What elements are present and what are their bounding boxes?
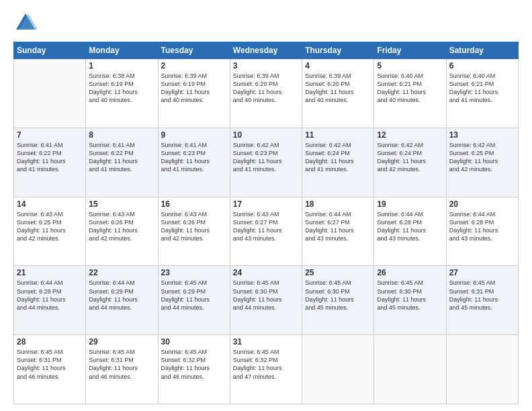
page: SundayMondayTuesdayWednesdayThursdayFrid… [0, 0, 532, 411]
calendar-cell: 10Sunrise: 6:42 AMSunset: 6:23 PMDayligh… [230, 128, 302, 197]
weekday-header-sunday: Sunday [14, 42, 86, 59]
calendar-week-row: 28Sunrise: 6:45 AMSunset: 6:31 PMDayligh… [14, 335, 519, 404]
calendar-cell: 12Sunrise: 6:42 AMSunset: 6:24 PMDayligh… [374, 128, 446, 197]
calendar-cell: 30Sunrise: 6:45 AMSunset: 6:32 PMDayligh… [158, 335, 230, 404]
cell-info: Sunrise: 6:42 AMSunset: 6:23 PMDaylight:… [233, 141, 299, 174]
cell-info: Sunrise: 6:40 AMSunset: 6:21 PMDaylight:… [377, 72, 443, 105]
calendar-cell: 16Sunrise: 6:43 AMSunset: 6:26 PMDayligh… [158, 197, 230, 266]
day-number: 14 [17, 199, 83, 209]
calendar-cell: 1Sunrise: 6:38 AMSunset: 6:19 PMDaylight… [86, 59, 158, 128]
cell-info: Sunrise: 6:44 AMSunset: 6:28 PMDaylight:… [449, 210, 515, 243]
cell-info: Sunrise: 6:43 AMSunset: 6:26 PMDaylight:… [89, 210, 154, 243]
calendar-cell: 17Sunrise: 6:43 AMSunset: 6:27 PMDayligh… [230, 197, 302, 266]
calendar-cell: 11Sunrise: 6:42 AMSunset: 6:24 PMDayligh… [302, 128, 374, 197]
cell-info: Sunrise: 6:45 AMSunset: 6:30 PMDaylight:… [305, 279, 371, 312]
calendar-cell: 24Sunrise: 6:45 AMSunset: 6:30 PMDayligh… [230, 266, 302, 335]
day-number: 5 [377, 61, 443, 71]
day-number: 29 [89, 337, 154, 347]
cell-info: Sunrise: 6:43 AMSunset: 6:25 PMDaylight:… [17, 210, 83, 243]
calendar-cell: 18Sunrise: 6:44 AMSunset: 6:27 PMDayligh… [302, 197, 374, 266]
day-number: 17 [233, 199, 299, 209]
day-number: 20 [449, 199, 515, 209]
calendar-week-row: 7Sunrise: 6:41 AMSunset: 6:22 PMDaylight… [14, 128, 519, 197]
calendar-week-row: 1Sunrise: 6:38 AMSunset: 6:19 PMDaylight… [14, 59, 519, 128]
day-number: 12 [377, 130, 443, 140]
cell-info: Sunrise: 6:43 AMSunset: 6:27 PMDaylight:… [233, 210, 299, 243]
cell-info: Sunrise: 6:41 AMSunset: 6:22 PMDaylight:… [17, 141, 83, 174]
calendar-cell: 3Sunrise: 6:39 AMSunset: 6:20 PMDaylight… [230, 59, 302, 128]
calendar-cell: 6Sunrise: 6:40 AMSunset: 6:21 PMDaylight… [446, 59, 518, 128]
day-number: 21 [17, 268, 83, 277]
calendar-cell: 14Sunrise: 6:43 AMSunset: 6:25 PMDayligh… [14, 197, 86, 266]
logo-icon [13, 11, 38, 35]
logo [13, 11, 40, 35]
calendar-cell: 13Sunrise: 6:42 AMSunset: 6:25 PMDayligh… [446, 128, 518, 197]
day-number: 23 [161, 268, 227, 277]
day-number: 4 [305, 61, 371, 71]
day-number: 19 [377, 199, 443, 209]
day-number: 9 [161, 130, 227, 140]
day-number: 10 [233, 130, 299, 140]
cell-info: Sunrise: 6:38 AMSunset: 6:19 PMDaylight:… [89, 72, 154, 105]
calendar-week-row: 21Sunrise: 6:44 AMSunset: 6:28 PMDayligh… [14, 266, 519, 335]
weekday-header-tuesday: Tuesday [158, 42, 230, 59]
weekday-header-row: SundayMondayTuesdayWednesdayThursdayFrid… [14, 42, 519, 59]
day-number: 22 [89, 268, 154, 277]
calendar-cell: 4Sunrise: 6:39 AMSunset: 6:20 PMDaylight… [302, 59, 374, 128]
day-number: 31 [233, 337, 299, 347]
day-number: 18 [305, 199, 371, 209]
weekday-header-monday: Monday [86, 42, 158, 59]
cell-info: Sunrise: 6:40 AMSunset: 6:21 PMDaylight:… [449, 72, 515, 105]
calendar-cell: 23Sunrise: 6:45 AMSunset: 6:29 PMDayligh… [158, 266, 230, 335]
day-number: 16 [161, 199, 227, 209]
cell-info: Sunrise: 6:43 AMSunset: 6:26 PMDaylight:… [161, 210, 227, 243]
header [13, 11, 519, 35]
calendar-cell: 15Sunrise: 6:43 AMSunset: 6:26 PMDayligh… [86, 197, 158, 266]
day-number: 13 [449, 130, 515, 140]
calendar-cell: 28Sunrise: 6:45 AMSunset: 6:31 PMDayligh… [14, 335, 86, 404]
day-number: 28 [17, 337, 83, 347]
day-number: 15 [89, 199, 154, 209]
calendar-cell: 2Sunrise: 6:39 AMSunset: 6:19 PMDaylight… [158, 59, 230, 128]
calendar-cell: 5Sunrise: 6:40 AMSunset: 6:21 PMDaylight… [374, 59, 446, 128]
calendar-cell: 29Sunrise: 6:45 AMSunset: 6:31 PMDayligh… [86, 335, 158, 404]
cell-info: Sunrise: 6:39 AMSunset: 6:20 PMDaylight:… [305, 72, 371, 105]
calendar-cell: 9Sunrise: 6:41 AMSunset: 6:23 PMDaylight… [158, 128, 230, 197]
calendar-cell: 31Sunrise: 6:45 AMSunset: 6:32 PMDayligh… [230, 335, 302, 404]
day-number: 2 [161, 61, 227, 71]
calendar-table: SundayMondayTuesdayWednesdayThursdayFrid… [13, 42, 519, 404]
cell-info: Sunrise: 6:44 AMSunset: 6:27 PMDaylight:… [305, 210, 371, 243]
weekday-header-saturday: Saturday [446, 42, 518, 59]
day-number: 8 [89, 130, 154, 140]
day-number: 27 [449, 268, 515, 277]
weekday-header-friday: Friday [374, 42, 446, 59]
cell-info: Sunrise: 6:45 AMSunset: 6:30 PMDaylight:… [233, 279, 299, 312]
calendar-cell [374, 335, 446, 404]
calendar-cell: 27Sunrise: 6:45 AMSunset: 6:31 PMDayligh… [446, 266, 518, 335]
day-number: 7 [17, 130, 83, 140]
day-number: 26 [377, 268, 443, 277]
cell-info: Sunrise: 6:45 AMSunset: 6:31 PMDaylight:… [17, 348, 83, 381]
calendar-cell: 8Sunrise: 6:41 AMSunset: 6:22 PMDaylight… [86, 128, 158, 197]
day-number: 30 [161, 337, 227, 347]
calendar-cell: 20Sunrise: 6:44 AMSunset: 6:28 PMDayligh… [446, 197, 518, 266]
day-number: 1 [89, 61, 154, 71]
cell-info: Sunrise: 6:45 AMSunset: 6:31 PMDaylight:… [449, 279, 515, 312]
calendar-cell [14, 59, 86, 128]
cell-info: Sunrise: 6:45 AMSunset: 6:29 PMDaylight:… [161, 279, 227, 312]
calendar-cell: 22Sunrise: 6:44 AMSunset: 6:29 PMDayligh… [86, 266, 158, 335]
day-number: 3 [233, 61, 299, 71]
day-number: 11 [305, 130, 371, 140]
calendar-cell: 21Sunrise: 6:44 AMSunset: 6:28 PMDayligh… [14, 266, 86, 335]
cell-info: Sunrise: 6:42 AMSunset: 6:24 PMDaylight:… [305, 141, 371, 174]
cell-info: Sunrise: 6:39 AMSunset: 6:19 PMDaylight:… [161, 72, 227, 105]
cell-info: Sunrise: 6:44 AMSunset: 6:29 PMDaylight:… [89, 279, 154, 312]
cell-info: Sunrise: 6:44 AMSunset: 6:28 PMDaylight:… [17, 279, 83, 312]
day-number: 6 [449, 61, 515, 71]
cell-info: Sunrise: 6:45 AMSunset: 6:31 PMDaylight:… [89, 348, 154, 381]
cell-info: Sunrise: 6:39 AMSunset: 6:20 PMDaylight:… [233, 72, 299, 105]
cell-info: Sunrise: 6:45 AMSunset: 6:32 PMDaylight:… [161, 348, 227, 381]
calendar-cell [446, 335, 518, 404]
calendar-cell [302, 335, 374, 404]
calendar-cell: 26Sunrise: 6:45 AMSunset: 6:30 PMDayligh… [374, 266, 446, 335]
